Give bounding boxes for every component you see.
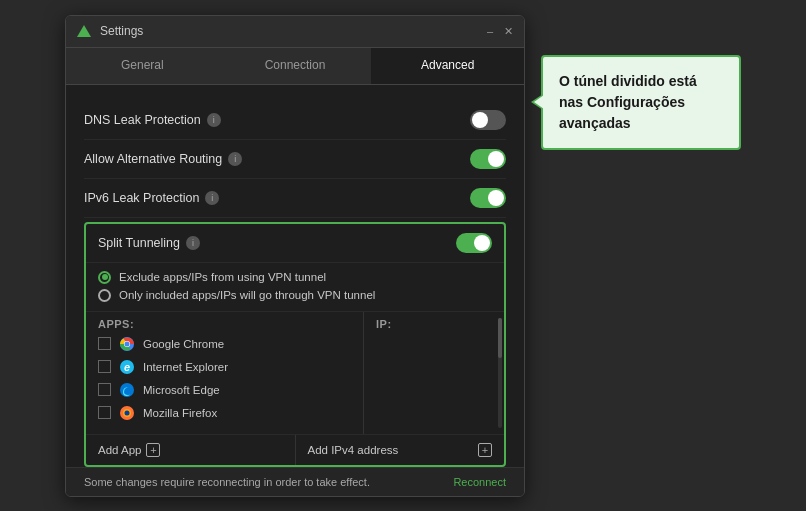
edge-icon <box>119 382 135 398</box>
alt-routing-info-icon[interactable]: i <box>228 152 242 166</box>
svg-point-7 <box>120 383 134 397</box>
app-firefox-name: Mozilla Firefox <box>143 407 217 419</box>
reconnect-link[interactable]: Reconnect <box>453 476 506 488</box>
split-tunneling-section: Split Tunneling i Exclude apps/IPs from … <box>84 222 506 467</box>
scene: Settings – ✕ General Connection Advanced… <box>65 15 741 497</box>
add-app-label: Add App <box>98 444 141 456</box>
dns-leak-toggle[interactable] <box>470 110 506 130</box>
split-tunneling-toggle-thumb <box>474 235 490 251</box>
app-chrome-checkbox[interactable] <box>98 337 111 350</box>
window-controls: – ✕ <box>484 25 514 37</box>
app-firefox-checkbox[interactable] <box>98 406 111 419</box>
firefox-icon <box>119 405 135 421</box>
dns-leak-row: DNS Leak Protection i <box>84 101 506 140</box>
tab-bar: General Connection Advanced <box>66 48 524 85</box>
apps-ip-columns: APPS: <box>86 311 504 434</box>
radio-include[interactable]: Only included apps/IPs will go through V… <box>98 289 492 302</box>
alt-routing-toggle-thumb <box>488 151 504 167</box>
app-ie-name: Internet Explorer <box>143 361 228 373</box>
titlebar: Settings – ✕ <box>66 16 524 48</box>
add-ip-plus-icon: + <box>478 443 492 457</box>
app-logo-icon <box>76 23 92 39</box>
ipv6-leak-label: IPv6 Leak Protection i <box>84 191 219 205</box>
chrome-icon <box>119 336 135 352</box>
app-ie-row: e Internet Explorer <box>98 359 351 375</box>
dns-leak-toggle-thumb <box>472 112 488 128</box>
split-tunneling-header: Split Tunneling i <box>86 224 504 263</box>
add-ip-label: Add IPv4 address <box>308 444 399 456</box>
alt-routing-toggle[interactable] <box>470 149 506 169</box>
ip-column: IP: <box>364 312 504 434</box>
split-tunneling-text: Split Tunneling <box>98 236 180 250</box>
minimize-button[interactable]: – <box>484 25 496 37</box>
app-firefox-row: Mozilla Firefox <box>98 405 351 421</box>
apps-column-header: APPS: <box>98 318 351 330</box>
ipv6-leak-row: IPv6 Leak Protection i <box>84 179 506 218</box>
radio-include-circle <box>98 289 111 302</box>
add-app-plus-icon: + <box>146 443 160 457</box>
app-edge-checkbox[interactable] <box>98 383 111 396</box>
svg-point-10 <box>125 410 130 415</box>
radio-exclude[interactable]: Exclude apps/IPs from using VPN tunnel <box>98 271 492 284</box>
ie-icon: e <box>119 359 135 375</box>
footer-message: Some changes require reconnecting in ord… <box>84 476 370 488</box>
callout-text: O túnel dividido está nas Configurações … <box>559 73 697 131</box>
app-edge-row: Microsoft Edge <box>98 382 351 398</box>
alt-routing-row: Allow Alternative Routing i <box>84 140 506 179</box>
ip-column-header: IP: <box>376 318 492 330</box>
svg-marker-0 <box>77 25 91 37</box>
ip-scrollbar-thumb <box>498 318 502 358</box>
callout-box: O túnel dividido está nas Configurações … <box>541 55 741 150</box>
app-ie-checkbox[interactable] <box>98 360 111 373</box>
tab-advanced[interactable]: Advanced <box>371 48 524 84</box>
app-chrome-row: Google Chrome <box>98 336 351 352</box>
alt-routing-text: Allow Alternative Routing <box>84 152 222 166</box>
app-chrome-name: Google Chrome <box>143 338 224 350</box>
content-area: DNS Leak Protection i Allow Alternative … <box>66 85 524 467</box>
split-tunneling-info-icon[interactable]: i <box>186 236 200 250</box>
close-button[interactable]: ✕ <box>502 25 514 37</box>
dns-leak-label: DNS Leak Protection i <box>84 113 221 127</box>
svg-text:e: e <box>124 361 130 373</box>
window-title: Settings <box>100 24 476 38</box>
ipv6-leak-toggle[interactable] <box>470 188 506 208</box>
apps-column: APPS: <box>86 312 364 434</box>
app-edge-name: Microsoft Edge <box>143 384 220 396</box>
settings-window: Settings – ✕ General Connection Advanced… <box>65 15 525 497</box>
radio-exclude-circle <box>98 271 111 284</box>
footer: Some changes require reconnecting in ord… <box>66 467 524 496</box>
tab-general[interactable]: General <box>66 48 219 84</box>
ipv6-leak-text: IPv6 Leak Protection <box>84 191 199 205</box>
svg-point-4 <box>125 341 130 346</box>
ip-scrollbar[interactable] <box>498 318 502 428</box>
ipv6-leak-info-icon[interactable]: i <box>205 191 219 205</box>
alt-routing-label: Allow Alternative Routing i <box>84 152 242 166</box>
radio-include-text: Only included apps/IPs will go through V… <box>119 289 375 301</box>
ipv6-leak-toggle-thumb <box>488 190 504 206</box>
radio-exclude-text: Exclude apps/IPs from using VPN tunnel <box>119 271 326 283</box>
radio-options: Exclude apps/IPs from using VPN tunnel O… <box>86 263 504 311</box>
add-buttons-row: Add App + Add IPv4 address + <box>86 434 504 465</box>
dns-leak-text: DNS Leak Protection <box>84 113 201 127</box>
add-app-button[interactable]: Add App + <box>86 435 295 465</box>
add-ip-button[interactable]: Add IPv4 address + <box>295 435 505 465</box>
split-tunneling-toggle[interactable] <box>456 233 492 253</box>
split-tunneling-label: Split Tunneling i <box>98 236 200 250</box>
dns-leak-info-icon[interactable]: i <box>207 113 221 127</box>
tab-connection[interactable]: Connection <box>219 48 372 84</box>
